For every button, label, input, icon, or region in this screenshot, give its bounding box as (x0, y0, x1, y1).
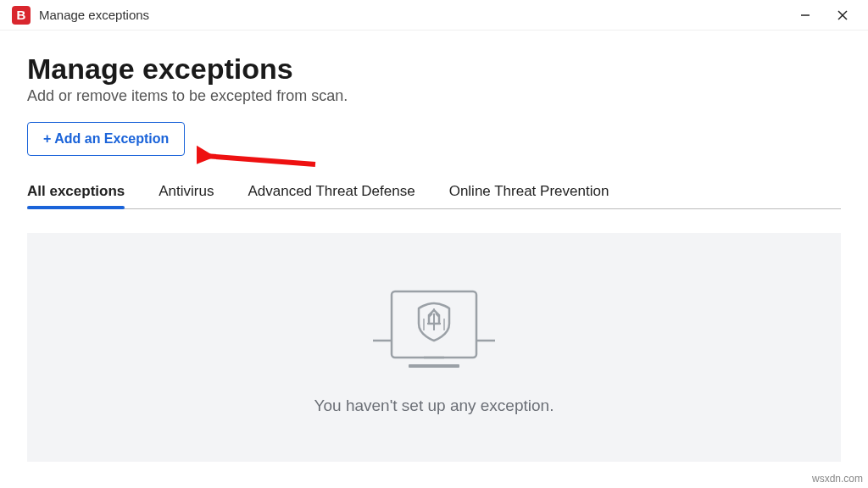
tab-antivirus[interactable]: Antivirus (159, 176, 214, 208)
svg-rect-4 (409, 364, 459, 368)
window-controls (787, 3, 861, 27)
minimize-button[interactable] (787, 3, 824, 27)
app-icon: B (12, 6, 31, 25)
window-title: Manage exceptions (39, 8, 787, 22)
tab-advanced-threat-defense[interactable]: Advanced Threat Defense (248, 176, 415, 208)
titlebar: B Manage exceptions (0, 0, 868, 30)
tab-online-threat-prevention[interactable]: Online Threat Prevention (449, 176, 609, 208)
tab-all-exceptions[interactable]: All exceptions (27, 176, 125, 208)
page-subtitle: Add or remove items to be excepted from … (27, 87, 841, 105)
tabs: All exceptions Antivirus Advanced Threat… (27, 176, 841, 209)
close-button[interactable] (824, 3, 861, 27)
close-icon (837, 9, 849, 21)
minimize-icon (799, 9, 811, 21)
watermark-text: wsxdn.com (812, 473, 863, 485)
page-title: Manage exceptions (27, 53, 841, 86)
add-exception-button[interactable]: + Add an Exception (27, 122, 185, 156)
empty-state-panel: You haven't set up any exception. (27, 233, 841, 462)
empty-state-icon (358, 280, 510, 381)
content-area: Manage exceptions Add or remove items to… (0, 30, 868, 462)
empty-state-text: You haven't set up any exception. (314, 396, 554, 415)
